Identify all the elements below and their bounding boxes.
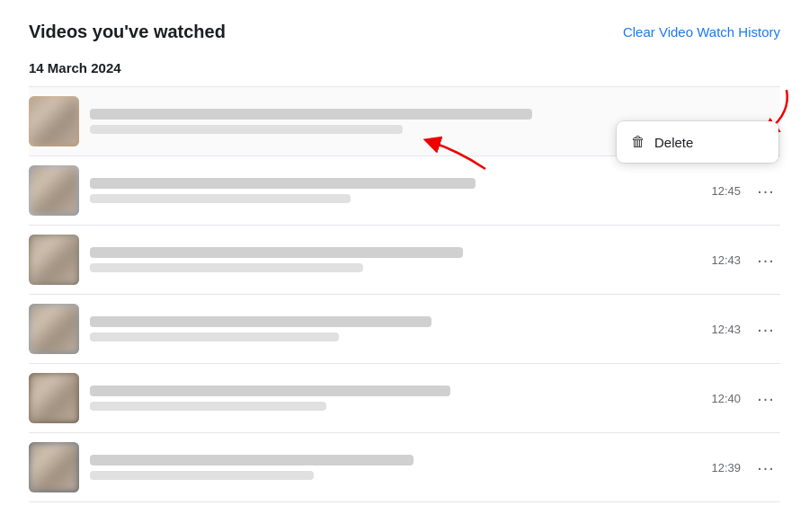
more-dots-icon: ··· — [757, 457, 775, 478]
video-item: 12:43 ··· — [29, 295, 780, 364]
more-dots-icon: ··· — [757, 319, 775, 340]
video-subtitle — [90, 194, 351, 203]
video-info — [90, 316, 711, 341]
video-list: ··· 🗑 Delete 12:45 ··· — [29, 86, 780, 502]
video-thumbnail — [29, 96, 79, 146]
more-options-button[interactable]: ··· — [751, 176, 780, 205]
video-thumbnail — [29, 304, 79, 354]
more-dots-icon: ··· — [757, 181, 775, 201]
video-subtitle — [90, 471, 314, 480]
video-time: 12:45 — [711, 184, 741, 198]
clear-history-button[interactable]: Clear Video Watch History — [623, 24, 780, 40]
date-group-label: 14 March 2024 — [29, 60, 780, 75]
video-info — [90, 455, 711, 480]
page-header: Videos you've watched Clear Video Watch … — [29, 22, 780, 42]
video-subtitle — [90, 263, 363, 272]
video-thumbnail — [29, 373, 79, 423]
video-item: 12:39 ··· — [29, 433, 780, 502]
more-options-button[interactable]: ··· — [751, 384, 780, 412]
delete-menu-item[interactable]: 🗑 Delete — [617, 125, 778, 159]
video-thumbnail — [29, 235, 79, 285]
video-subtitle — [90, 402, 326, 411]
dropdown-menu: 🗑 Delete — [617, 121, 778, 163]
video-title — [90, 386, 450, 396]
video-info — [90, 386, 711, 411]
video-title — [90, 247, 463, 258]
video-item: 12:40 ··· — [29, 364, 780, 433]
video-thumbnail — [29, 442, 79, 492]
more-options-button[interactable]: ··· — [751, 245, 780, 274]
video-time: 12:40 — [711, 392, 741, 405]
video-info — [90, 178, 711, 203]
video-item: ··· 🗑 Delete — [29, 87, 780, 156]
delete-label: Delete — [654, 135, 693, 150]
more-options-button[interactable]: ··· — [751, 453, 780, 482]
trash-icon: 🗑 — [631, 134, 645, 150]
video-time: 12:43 — [711, 323, 741, 336]
video-info — [90, 247, 711, 272]
video-item: 12:45 ··· — [29, 156, 780, 226]
video-title — [90, 109, 532, 120]
more-dots-icon: ··· — [757, 250, 775, 270]
video-title — [90, 455, 413, 466]
video-item: 12:43 ··· — [29, 226, 780, 295]
video-thumbnail — [29, 165, 79, 216]
page-container: Videos you've watched Clear Video Watch … — [0, 0, 809, 524]
video-title — [90, 316, 431, 327]
page-title: Videos you've watched — [29, 22, 226, 42]
more-options-button[interactable]: ··· — [751, 315, 780, 343]
video-subtitle — [90, 125, 403, 134]
video-time: 12:43 — [711, 253, 741, 267]
video-title — [90, 178, 476, 189]
video-time: 12:39 — [711, 461, 741, 474]
more-dots-icon: ··· — [757, 388, 775, 409]
video-subtitle — [90, 332, 339, 341]
